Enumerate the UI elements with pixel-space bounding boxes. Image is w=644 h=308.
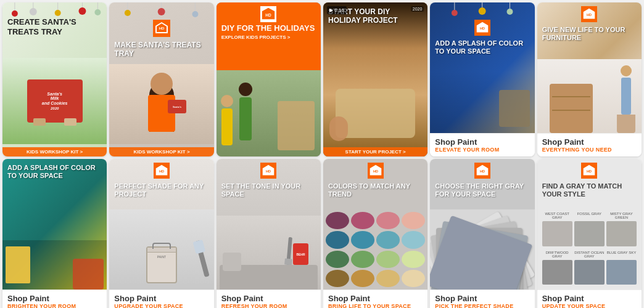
shop-paint-label[interactable]: Shop Paint [7, 294, 102, 303]
card-footer: Shop Paint EVERYTHING YOU NEED [537, 133, 642, 156]
card-footer: Shop Paint UPGRADE YOUR SPACE [109, 290, 213, 308]
card-find-gray[interactable]: HD FIND A GRAY TO MATCH YOUR STYLE WEST … [537, 159, 642, 308]
shop-paint-label[interactable]: Shop Paint [435, 294, 529, 303]
card-footer: Shop Paint BRING LIFE TO YOUR SPACE [323, 290, 427, 308]
card-furniture[interactable]: HD GIVE NEW LIFE TO YOUR FURNITURE [537, 2, 642, 156]
svg-text:HD: HD [266, 13, 272, 17]
color-swatches [323, 209, 427, 290]
svg-point-24 [452, 10, 458, 16]
svg-rect-20 [260, 6, 276, 22]
card-set-tone[interactable]: HD SET THE TONE IN YOUR SPACE BEHR [217, 159, 321, 308]
gray-swatches: WEST COAST GRAY FOSSIL GRAY MISTY GRAY G… [537, 209, 642, 290]
card-image: HD COLORS TO MATCH ANY TREND [323, 159, 427, 290]
card-right-gray[interactable]: HD CHOOSE THE RIGHT GRAY FOR YOUR SPACE … [430, 159, 534, 308]
card-perfect-shade[interactable]: HD PERFECT SHADE FOR ANY PROJECT PAINT [109, 159, 213, 308]
card-footer: Shop Paint ELEVATE YOUR ROOM [430, 133, 534, 156]
card-image: HD PERFECT SHADE FOR ANY PROJECT PAINT [109, 159, 213, 290]
gray-label-6: BLUE GRAY SKY [606, 251, 637, 258]
homedepot-logo: HD [581, 6, 597, 25]
card-make-santa-tray[interactable]: HD MAKE SANTA'S TREATS TRAY Santa's [109, 2, 213, 156]
card-image: ADD A SPLASH OF COLOR TO YOUR SPACE [2, 159, 107, 290]
card-title: DIY FOR THE HOLIDAYS [221, 23, 316, 33]
shop-paint-sub: UPGRADE YOUR SPACE [114, 303, 208, 308]
svg-point-3 [30, 8, 37, 15]
homedepot-logo: HD [474, 20, 490, 38]
shop-paint-sub: REFRESH YOUR ROOM [221, 303, 316, 308]
year-badge: 2020 [411, 6, 424, 12]
card-cta[interactable]: KIDS WORKSHOP KIT > [109, 147, 213, 156]
card-title: ADD A SPLASH OF COLOR TO YOUR SPACE [435, 39, 529, 55]
card-subtitle: EXPLORE KIDS PROJECTS > [221, 34, 316, 40]
card-image: HD DIY FOR THE HOLIDAYS EXPLORE KIDS PRO… [217, 2, 321, 156]
svg-marker-21 [262, 8, 275, 20]
card-footer: Shop Paint BRIGHTEN YOUR ROOM [2, 290, 107, 308]
svg-text:HD: HD [266, 169, 271, 173]
shop-paint-label[interactable]: Shop Paint [114, 294, 208, 303]
card-splash-color-2[interactable]: ADD A SPLASH OF COLOR TO YOUR SPACE Shop… [2, 159, 107, 308]
svg-point-26 [479, 7, 486, 15]
card-title: PERFECT SHADE FOR ANY PROJECT [114, 182, 208, 198]
card-title: SET THE TONE IN YOUR SPACE [221, 182, 316, 198]
card-cta[interactable]: START YOUR PROJECT > [323, 147, 427, 156]
shop-paint-label[interactable]: Shop Paint [542, 294, 637, 303]
card-colors-trend[interactable]: HD COLORS TO MATCH ANY TREND [323, 159, 427, 308]
card-image: HD MAKE SANTA'S TREATS TRAY Santa's [109, 2, 213, 156]
gray-label-3: MISTY GRAY GREEN [606, 212, 637, 219]
gray-label-4: DRIFTWOOD GRAY [542, 251, 572, 258]
svg-point-15 [192, 11, 199, 17]
card-grid: CREATE SANTA'S TREATS TRAY Santa'sMilkan… [0, 0, 644, 308]
card-image: HD SET THE TONE IN YOUR SPACE BEHR [217, 159, 321, 290]
shop-paint-label[interactable]: Shop Paint [221, 294, 316, 303]
card-image: HD ADD A SPLASH OF COLOR TO YOUR SPACE [430, 2, 534, 133]
shop-paint-label[interactable]: Shop Paint [435, 137, 529, 147]
svg-point-11 [125, 10, 131, 16]
svg-text:HD: HD [480, 169, 485, 173]
homedepot-logo: HD [581, 163, 597, 181]
shop-paint-sub: PICK THE PERFECT SHADE [435, 303, 529, 308]
card-title: CHOOSE THE RIGHT GRAY FOR YOUR SPACE [435, 182, 529, 198]
homedepot-logo: HD [474, 163, 490, 181]
card-title: COLORS TO MATCH ANY TREND [328, 182, 423, 198]
card-image: HD CHOOSE THE RIGHT GRAY FOR YOUR SPACE [430, 159, 534, 290]
shop-paint-sub: UPDATE YOUR SPACE [542, 303, 637, 308]
card-image: HD FIND A GRAY TO MATCH YOUR STYLE WEST … [537, 159, 642, 290]
shop-paint-label[interactable]: Shop Paint [328, 294, 423, 303]
svg-text:HD: HD [480, 26, 485, 30]
shop-paint-sub: BRIGHTEN YOUR ROOM [7, 303, 102, 308]
svg-point-5 [55, 10, 61, 16]
card-footer: Shop Paint REFRESH YOUR ROOM [217, 290, 321, 308]
svg-text:HD: HD [159, 26, 165, 30]
homedepot-logo: HD [368, 163, 384, 181]
timer-badge: ▶ 0:16 [327, 6, 347, 14]
card-title: ADD A SPLASH OF COLOR TO YOUR SPACE [7, 164, 102, 180]
card-cta[interactable]: KIDS WORKSHOP KIT > [2, 147, 107, 156]
shop-paint-sub: EVERYTHING YOU NEED [542, 147, 637, 153]
card-title: MAKE SANTA'S TREATS TRAY [114, 41, 208, 59]
svg-point-1 [12, 10, 18, 17]
card-splash-color-1[interactable]: HD ADD A SPLASH OF COLOR TO YOUR SPACE S… [430, 2, 534, 156]
svg-point-7 [79, 7, 86, 15]
card-title: FIND A GRAY TO MATCH YOUR STYLE [542, 182, 637, 198]
gray-label-1: WEST COAST GRAY [542, 212, 572, 219]
gray-label-5: DISTANT OCEAN GRAY [574, 251, 605, 258]
homedepot-logo: HD [153, 20, 170, 39]
card-diy-holidays[interactable]: HD DIY FOR THE HOLIDAYS EXPLORE KIDS PRO… [217, 2, 321, 156]
shop-paint-sub: ELEVATE YOUR ROOM [435, 147, 529, 153]
card-image: HD GIVE NEW LIFE TO YOUR FURNITURE [537, 2, 642, 133]
gray-label-2: FOSSIL GRAY [574, 212, 605, 219]
card-footer: Shop Paint UPDATE YOUR SPACE [537, 290, 642, 308]
card-start-diy[interactable]: ▶ 0:16 2020 START YOUR DIY HOLIDAY PROJE… [323, 2, 427, 156]
card-create-santa-tray[interactable]: CREATE SANTA'S TREATS TRAY Santa'sMilkan… [2, 2, 107, 156]
shop-paint-label[interactable]: Shop Paint [542, 137, 637, 147]
fan-deck [430, 209, 534, 290]
card-title: GIVE NEW LIFE TO YOUR FURNITURE [542, 26, 637, 42]
svg-text:HD: HD [587, 169, 592, 173]
homedepot-logo: HD [260, 6, 276, 25]
card-image: ▶ 0:16 2020 START YOUR DIY HOLIDAY PROJE… [323, 2, 427, 156]
svg-point-9 [94, 9, 101, 15]
homedepot-logo: HD [260, 163, 276, 181]
svg-text:HD: HD [373, 169, 378, 173]
svg-point-13 [158, 8, 165, 15]
card-footer: Shop Paint PICK THE PERFECT SHADE [430, 290, 534, 308]
svg-text:HD: HD [159, 169, 164, 173]
